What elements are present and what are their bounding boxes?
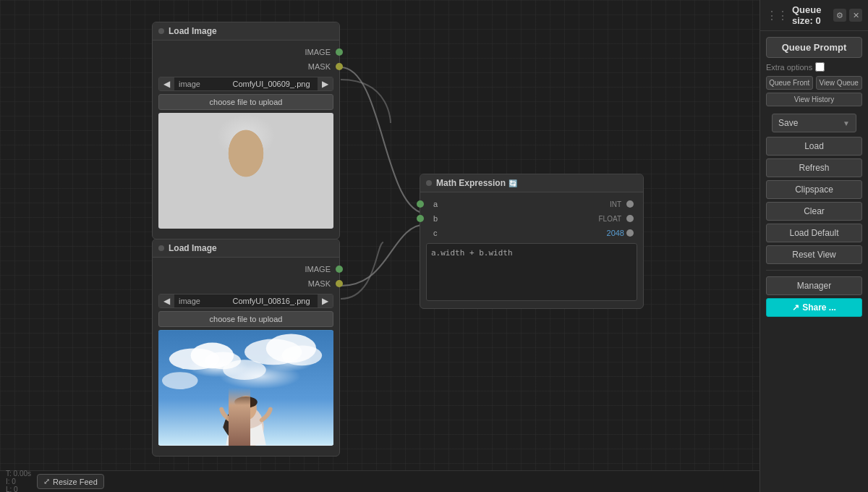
svg-point-21 (162, 372, 198, 389)
node-load2-mask-output: MASK (153, 276, 339, 291)
node-math-a-right-connector[interactable] (626, 200, 634, 208)
view-history-label: View History (794, 96, 834, 103)
node-math-a-type: INT (610, 200, 621, 208)
node-load2-image-preview (158, 330, 333, 446)
clear-button[interactable]: Clear (766, 202, 862, 221)
node-load-image-1: Load Image IMAGE MASK ◀ image ComfyUI_00… (152, 22, 340, 239)
svg-point-6 (222, 158, 269, 176)
resize-feed-label: Resize Feed (53, 478, 98, 486)
extra-options-row: Extra options (760, 61, 868, 75)
node-load1-title: Load Image (169, 26, 217, 36)
svg-point-24 (235, 396, 257, 420)
node-math-a-connector[interactable] (417, 200, 424, 208)
svg-point-22 (223, 360, 266, 380)
load-button[interactable]: Load (766, 137, 862, 156)
stats-extra: L: 0 (6, 485, 31, 492)
node-load1-image-connector[interactable] (336, 48, 343, 56)
canvas-area[interactable]: Load Image IMAGE MASK ◀ image ComfyUI_00… (0, 0, 760, 492)
settings-icon[interactable]: ⚙ (833, 9, 846, 22)
load-default-label: Load Default (789, 228, 838, 238)
refresh-label: Refresh (799, 163, 829, 173)
node-math-b-label: b (433, 214, 438, 223)
node-load2-status (158, 245, 164, 251)
node-math-a-label: a (433, 200, 438, 208)
clear-label: Clear (804, 206, 825, 216)
queue-front-button[interactable]: Queue Front (766, 76, 813, 90)
node-load2-body: IMAGE MASK ◀ image ComfyUI_00816_.png ▶ … (153, 258, 339, 456)
node-math-b-connector[interactable] (417, 215, 424, 222)
clipspace-label: Clipspace (795, 184, 833, 195)
node-load1-mask-connector[interactable] (336, 63, 343, 70)
bottom-bar: T: 0.00s I: 0 L: 0 ⤢ Resize Feed (0, 470, 760, 492)
node-load1-mask-label: MASK (308, 62, 331, 71)
node-load2-filename: ComfyUI_00816_.png (225, 297, 318, 305)
node-load2-header: Load Image (153, 239, 339, 258)
node-load2-next-btn[interactable]: ▶ (318, 294, 333, 308)
node-math-b-right-connector[interactable] (626, 215, 634, 222)
svg-point-3 (203, 171, 289, 229)
panel-icons-group: ⚙ ✕ (833, 9, 862, 22)
node-math-c-label: c (433, 229, 438, 237)
node-load-image-2: Load Image IMAGE MASK ◀ image ComfyUI_00… (152, 239, 340, 457)
node-load1-prev-btn[interactable]: ◀ (159, 77, 174, 90)
node-load2-mask-connector[interactable] (336, 280, 343, 287)
node-math-expression-box[interactable]: a.width + b.width (426, 243, 637, 301)
svg-line-13 (251, 196, 255, 214)
save-arrow-icon: ▼ (843, 119, 850, 127)
view-queue-button[interactable]: View Queue (816, 76, 863, 90)
svg-point-17 (205, 352, 241, 369)
svg-rect-1 (166, 117, 195, 161)
svg-point-10 (255, 168, 258, 171)
queue-prompt-button[interactable]: Queue Prompt (766, 37, 862, 58)
svg-point-11 (244, 177, 247, 179)
node-math-c-value: 2048 (607, 229, 624, 237)
svg-point-20 (282, 345, 323, 365)
node-load1-mask-output: MASK (153, 59, 339, 74)
stats-display: T: 0.00s I: 0 L: 0 (6, 470, 31, 492)
svg-point-7 (233, 166, 242, 176)
reset-view-label: Reset View (792, 250, 835, 260)
node-load1-image-output: IMAGE (153, 45, 339, 59)
node-math-expression-text: a.width + b.width (431, 248, 513, 258)
node-load1-nav: ◀ image ComfyUI_00609_.png ▶ (158, 77, 333, 91)
connections-svg (0, 0, 760, 492)
node-load1-next-btn[interactable]: ▶ (318, 77, 333, 90)
extra-options-checkbox[interactable] (815, 62, 825, 72)
node-load2-prev-btn[interactable]: ◀ (159, 294, 174, 308)
node-load2-image-svg (158, 330, 333, 446)
node-load1-body: IMAGE MASK ◀ image ComfyUI_00609_.png ▶ … (153, 41, 339, 239)
load-default-button[interactable]: Load Default (766, 224, 862, 242)
share-button[interactable]: ↗ Share ... (766, 298, 862, 317)
view-history-button[interactable]: View History (766, 93, 862, 106)
resize-feed-button[interactable]: ⤢ Resize Feed (37, 474, 104, 489)
queue-size-label: Queue size: 0 (792, 4, 833, 26)
node-load2-mask-label: MASK (308, 279, 331, 288)
right-panel: ⋮⋮ Queue size: 0 ⚙ ✕ Queue Prompt Extra … (760, 0, 868, 492)
node-math-title: Math Expression (436, 178, 506, 188)
node-math-c-right-connector[interactable] (626, 229, 634, 237)
share-label: Share ... (802, 302, 836, 313)
reset-view-button[interactable]: Reset View (766, 245, 862, 264)
node-load2-sky-image (158, 330, 333, 446)
node-load1-anime-image (158, 113, 333, 229)
manager-button[interactable]: Manager (766, 276, 862, 295)
panel-divider (766, 270, 862, 271)
node-math-status (426, 180, 432, 186)
node-load1-upload-btn[interactable]: choose file to upload (158, 94, 333, 110)
close-icon[interactable]: ✕ (849, 9, 862, 22)
svg-point-16 (191, 343, 234, 369)
node-load2-image-connector[interactable] (336, 266, 343, 273)
node-load2-upload-btn[interactable]: choose file to upload (158, 311, 333, 327)
node-load2-title: Load Image (169, 243, 217, 253)
svg-point-5 (220, 131, 271, 160)
node-load2-nav: ◀ image ComfyUI_00816_.png ▶ (158, 294, 333, 308)
node-load2-image-output: IMAGE (153, 262, 339, 276)
node-math-input-b: b FLOAT (420, 211, 643, 226)
svg-rect-0 (158, 114, 333, 229)
resize-feed-icon: ⤢ (43, 477, 50, 486)
save-button[interactable]: Save ▼ (772, 114, 856, 132)
node-load1-nav-label: image (174, 80, 225, 88)
refresh-button[interactable]: Refresh (766, 158, 862, 177)
clipspace-button[interactable]: Clipspace (766, 180, 862, 199)
node-math-header: Math Expression 🔄 (420, 174, 643, 192)
